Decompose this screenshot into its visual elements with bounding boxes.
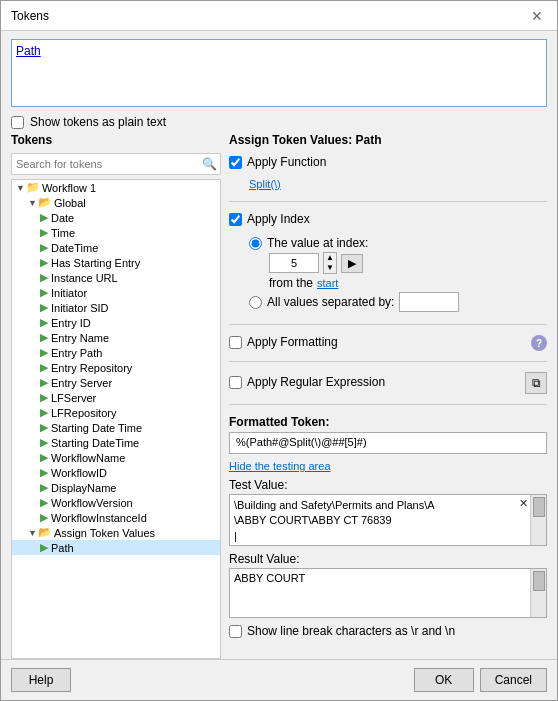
left-panel: Tokens 🔍 ▼ 📁 Workflow 1 ▼ 📂 Global (11, 133, 221, 659)
title-bar: Tokens ✕ (1, 1, 557, 31)
token-icon-workflowInstanceId: ▶ (40, 511, 48, 524)
formatted-token-box: %(Path#@Split(\)@##[5]#) (229, 432, 547, 454)
bottom-bar: Help OK Cancel (1, 659, 557, 700)
tree-label-entryPath: Entry Path (51, 347, 102, 359)
result-value-section: Result Value: ABBY COURT (229, 552, 547, 618)
tree-item-entryName[interactable]: ▶ Entry Name (12, 330, 220, 345)
tree-label-workflowInstanceId: WorkflowInstanceId (51, 512, 147, 524)
test-value-line2: \ABBY COURT\ABBY CT 76839 (234, 513, 526, 528)
spinner-up-button[interactable]: ▲ (324, 253, 336, 263)
tree-item-datetime[interactable]: ▶ DateTime (12, 240, 220, 255)
apply-regex-outer: Apply Regular Expression ⧉ (229, 372, 547, 394)
tree-item-entryServer[interactable]: ▶ Entry Server (12, 375, 220, 390)
arrow-right-button[interactable]: ▶ (341, 254, 363, 273)
apply-formatting-checkbox[interactable] (229, 336, 242, 349)
tree-item-entryRepository[interactable]: ▶ Entry Repository (12, 360, 220, 375)
tree-item-workflowInstanceId[interactable]: ▶ WorkflowInstanceId (12, 510, 220, 525)
apply-index-checkbox[interactable] (229, 213, 242, 226)
tree-item-instanceUrl[interactable]: ▶ Instance URL (12, 270, 220, 285)
result-value-label: Result Value: (229, 552, 547, 566)
start-link[interactable]: start (317, 277, 338, 289)
test-value-box[interactable]: \Building and Safety\Permits and Plans\A… (229, 494, 547, 546)
tree-item-entryPath[interactable]: ▶ Entry Path (12, 345, 220, 360)
tree-item-startingDateTime2[interactable]: ▶ Starting DateTime (12, 435, 220, 450)
apply-function-checkbox[interactable] (229, 156, 242, 169)
tree-item-global[interactable]: ▼ 📂 Global (12, 195, 220, 210)
tree-item-lfRepository[interactable]: ▶ LFRepository (12, 405, 220, 420)
tokens-dialog: Tokens ✕ Path Show tokens as plain text … (0, 0, 558, 701)
dialog-title: Tokens (11, 9, 49, 23)
tree-item-startingDateTime[interactable]: ▶ Starting Date Time (12, 420, 220, 435)
show-plain-text-row: Show tokens as plain text (11, 115, 547, 129)
folder-assign-icon: 📂 (38, 526, 52, 539)
token-icon-date: ▶ (40, 211, 48, 224)
folder-yellow-icon: 📂 (38, 196, 52, 209)
apply-function-label: Apply Function (247, 155, 326, 169)
help-icon[interactable]: ? (531, 335, 547, 351)
show-plain-text-label: Show tokens as plain text (30, 115, 166, 129)
cancel-button[interactable]: Cancel (480, 668, 547, 692)
radio-all-values[interactable] (249, 296, 262, 309)
tree-item-entryId[interactable]: ▶ Entry ID (12, 315, 220, 330)
all-separated-input[interactable] (399, 292, 459, 312)
tree-item-initiatorSid[interactable]: ▶ Initiator SID (12, 300, 220, 315)
test-value-scrollbar[interactable] (530, 495, 546, 545)
spinner-down-button[interactable]: ▼ (324, 263, 336, 273)
test-value-clear-button[interactable]: ✕ (519, 497, 528, 510)
help-button[interactable]: Help (11, 668, 71, 692)
tree-item-displayName[interactable]: ▶ DisplayName (12, 480, 220, 495)
search-icon: 🔍 (202, 157, 217, 171)
close-button[interactable]: ✕ (527, 8, 547, 24)
formatted-token-section: Formatted Token: %(Path#@Split(\)@##[5]#… (229, 415, 547, 454)
arrow-down-icon3: ▼ (28, 528, 37, 538)
tree-label-lfServer: LFServer (51, 392, 96, 404)
apply-function-row: Apply Function (229, 155, 547, 169)
tree-label-datetime: DateTime (51, 242, 98, 254)
hide-testing-link[interactable]: Hide the testing area (229, 460, 547, 472)
tree-item-workflow1[interactable]: ▼ 📁 Workflow 1 (12, 180, 220, 195)
token-icon-startingDateTime2: ▶ (40, 436, 48, 449)
tree-label-startingDateTime: Starting Date Time (51, 422, 142, 434)
tree-label-entryName: Entry Name (51, 332, 109, 344)
tree-label-workflow1: Workflow 1 (42, 182, 96, 194)
show-linebreak-row: Show line break characters as \r and \n (229, 624, 547, 638)
tree-container[interactable]: ▼ 📁 Workflow 1 ▼ 📂 Global ▶ Date ▶ T (11, 179, 221, 659)
token-icon-entryRepository: ▶ (40, 361, 48, 374)
tree-item-date[interactable]: ▶ Date (12, 210, 220, 225)
show-plain-text-checkbox[interactable] (11, 116, 24, 129)
show-linebreak-checkbox[interactable] (229, 625, 242, 638)
tree-label-hasStartingEntry: Has Starting Entry (51, 257, 140, 269)
token-icon-entryPath: ▶ (40, 346, 48, 359)
tree-item-workflowVersion[interactable]: ▶ WorkflowVersion (12, 495, 220, 510)
index-row: ▲ ▼ ▶ (269, 252, 547, 274)
apply-index-label: Apply Index (247, 212, 310, 226)
tree-item-lfServer[interactable]: ▶ LFServer (12, 390, 220, 405)
tree-item-workflowId[interactable]: ▶ WorkflowID (12, 465, 220, 480)
result-value-box: ABBY COURT (229, 568, 547, 618)
index-spinner[interactable]: ▲ ▼ (323, 252, 337, 274)
result-value-scrollbar[interactable] (530, 569, 546, 617)
tree-item-assignTokenValues[interactable]: ▼ 📂 Assign Token Values (12, 525, 220, 540)
radio-value-label: The value at index: (267, 236, 368, 250)
tokens-section-label: Tokens (11, 133, 221, 147)
result-scrollbar-thumb (533, 571, 545, 591)
index-value-input[interactable] (269, 253, 319, 273)
ok-button[interactable]: OK (414, 668, 474, 692)
right-panel: Assign Token Values: Path Apply Function… (229, 133, 547, 659)
tree-label-workflowVersion: WorkflowVersion (51, 497, 133, 509)
radio-value-at-index[interactable] (249, 237, 262, 250)
tree-item-path[interactable]: ▶ Path (12, 540, 220, 555)
copy-icon[interactable]: ⧉ (525, 372, 547, 394)
split-function-link[interactable]: Split(\) (249, 178, 281, 190)
tree-item-time[interactable]: ▶ Time (12, 225, 220, 240)
token-icon-lfRepository: ▶ (40, 406, 48, 419)
apply-index-row: Apply Index (229, 212, 547, 226)
search-input[interactable] (11, 153, 221, 175)
tree-item-initiator[interactable]: ▶ Initiator (12, 285, 220, 300)
apply-regex-checkbox[interactable] (229, 376, 242, 389)
tree-item-hasStartingEntry[interactable]: ▶ Has Starting Entry (12, 255, 220, 270)
tree-item-workflowName[interactable]: ▶ WorkflowName (12, 450, 220, 465)
tree-label-instanceUrl: Instance URL (51, 272, 118, 284)
tree-label-startingDateTime2: Starting DateTime (51, 437, 139, 449)
tree-label-workflowName: WorkflowName (51, 452, 125, 464)
